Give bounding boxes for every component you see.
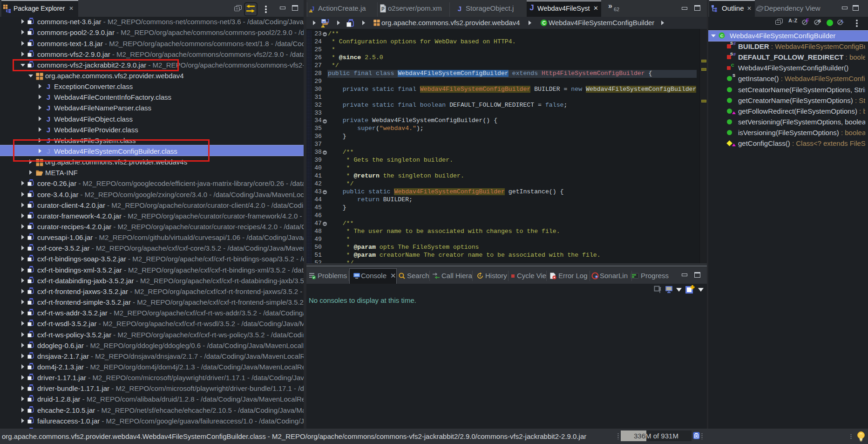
svg-text:!: !: [322, 24, 323, 27]
svg-text:P: P: [381, 7, 385, 12]
svg-text:S: S: [818, 19, 821, 23]
svg-text:C: C: [542, 20, 546, 26]
svg-text:J: J: [326, 19, 329, 24]
svg-text:L: L: [841, 19, 844, 23]
svg-text:M: M: [322, 20, 325, 24]
svg-text:C: C: [720, 33, 724, 38]
svg-text:!: !: [310, 9, 311, 13]
svg-text:F: F: [806, 18, 809, 23]
